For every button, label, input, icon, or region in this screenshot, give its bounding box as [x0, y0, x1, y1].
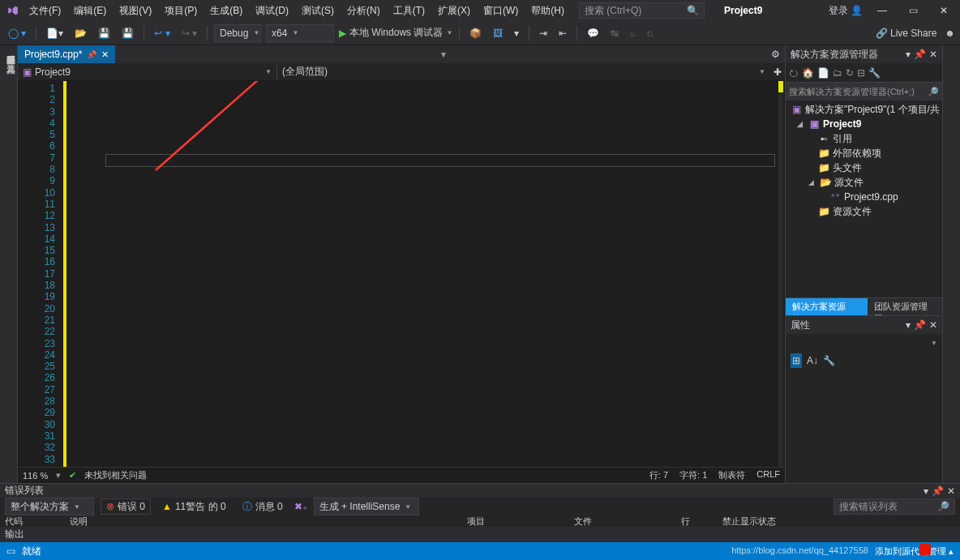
menu-help[interactable]: 帮助(H) [526, 2, 569, 19]
comment-icon[interactable]: 💬 [584, 24, 602, 42]
tool-icon-3[interactable]: ▾ [511, 24, 522, 42]
se-view-icon[interactable]: 🗂 [833, 67, 842, 79]
live-share-button[interactable]: 🔗 Live Share [876, 28, 937, 39]
menu-project[interactable]: 项目(P) [160, 2, 202, 19]
menu-debug[interactable]: 调试(D) [251, 2, 294, 19]
menu-file[interactable]: 文件(F) [24, 2, 66, 19]
menu-test[interactable]: 测试(S) [297, 2, 339, 19]
misc-icon-2[interactable]: ⎁ [627, 24, 639, 42]
solution-explorer-search[interactable]: 搜索解决方案资源管理器(Ctrl+;) 🔎 [786, 83, 942, 100]
err-close-icon[interactable]: ✕ [947, 485, 955, 497]
tree-headers-node[interactable]: 📁头文件 [786, 160, 942, 175]
notification-badge-icon[interactable] [919, 544, 931, 555]
panel-close-icon[interactable]: ✕ [929, 49, 937, 60]
source-control-button[interactable]: 添加到源代码管理 ▴ [875, 545, 954, 558]
menu-tools[interactable]: 工具(T) [388, 2, 430, 19]
tab-overflow-icon[interactable]: ▾ [438, 49, 449, 60]
col-project[interactable]: 项目 [467, 515, 485, 528]
platform-dropdown[interactable]: x64▼ [266, 24, 334, 42]
col-file[interactable]: 文件 [574, 515, 592, 528]
start-debug-button[interactable]: ▶本地 Windows 调试器▼ [339, 26, 452, 40]
tab-solution-explorer[interactable]: 解决方案资源管... [786, 298, 868, 315]
tree-source-file[interactable]: ⁺⁺Project9.cpp [786, 190, 942, 204]
build-filter-icon[interactable]: ✖₊ [294, 501, 307, 512]
tab-close-icon[interactable]: ✕ [101, 49, 109, 60]
error-source-dropdown[interactable]: 生成 + IntelliSense▼ [314, 498, 419, 515]
output-panel-tab[interactable]: 输出 [0, 527, 960, 541]
save-button[interactable]: 💾 [95, 24, 114, 42]
se-collapse-icon[interactable]: ⊟ [857, 67, 865, 79]
tree-references-node[interactable]: ▪▫引用 [786, 131, 942, 146]
solution-tree[interactable]: ▣解决方案"Project9"(1 个项目/共 ◢▣Project9 ▪▫引用 … [786, 100, 942, 297]
tool-icon-2[interactable]: 🖼 [490, 24, 506, 42]
new-item-button[interactable]: 📄▾ [43, 24, 66, 42]
se-refresh-icon[interactable]: ↻ [846, 67, 854, 79]
document-tab-active[interactable]: Project9.cpp* 📌 ✕ [18, 45, 115, 63]
back-button[interactable]: ◯ ▾ [5, 24, 29, 42]
code-editor[interactable]: 1234567891011121314151617181920212223242… [18, 81, 785, 467]
redo-button[interactable]: ↪ ▾ [178, 24, 200, 42]
open-folder-button[interactable]: 📂 [71, 24, 90, 42]
right-tool-rail[interactable] [942, 45, 960, 483]
prop-close-icon[interactable]: ✕ [929, 319, 937, 331]
member-dropdown[interactable]: (全局范围)▼ [277, 64, 770, 80]
menu-analyze[interactable]: 分析(N) [342, 2, 385, 19]
scope-dropdown[interactable]: ▣ Project9▼ [18, 64, 277, 80]
misc-icon-1[interactable]: ↹ [607, 24, 622, 42]
split-editor-icon[interactable]: ✚ [770, 66, 785, 78]
tree-project-node[interactable]: ◢▣Project9 [786, 117, 942, 131]
outdent-icon[interactable]: ⇤ [555, 24, 570, 42]
err-pin-icon[interactable]: 📌 [932, 485, 944, 497]
menu-window[interactable]: 窗口(W) [478, 2, 523, 19]
minimize-icon[interactable]: — [871, 5, 894, 16]
zoom-level[interactable]: 116 % [23, 471, 48, 481]
config-dropdown[interactable]: Debug▼ [214, 24, 261, 42]
se-props-icon[interactable]: 🔧 [868, 67, 881, 79]
panel-dropdown-icon[interactable]: ▾ [906, 49, 911, 60]
menu-extensions[interactable]: 扩展(X) [433, 2, 475, 19]
properties-object-dropdown[interactable]: ▼ [786, 334, 942, 352]
prop-alpha-icon[interactable]: A↓ [807, 355, 818, 366]
save-all-button[interactable]: 💾 [118, 24, 137, 42]
warnings-filter[interactable]: ▲11警告 的 0 [157, 498, 231, 515]
feedback-icon[interactable]: ☻ [945, 28, 955, 39]
menu-edit[interactable]: 编辑(E) [69, 2, 111, 19]
tool-icon-1[interactable]: 📦 [466, 24, 485, 42]
panel-pin-icon[interactable]: 📌 [914, 49, 926, 60]
se-sync-icon[interactable]: 📄 [817, 67, 829, 79]
misc-icon-3[interactable]: ⎌ [644, 24, 656, 42]
error-scope-dropdown[interactable]: 整个解决方案▼ [5, 498, 94, 515]
left-tool-rail[interactable]: 服务器资源管理器 工具箱 [0, 45, 18, 483]
err-dropdown-icon[interactable]: ▾ [924, 485, 928, 497]
se-nav-icon[interactable]: 🏠 [802, 67, 814, 79]
global-search-input[interactable]: 搜索 (Ctrl+Q) 🔍 [579, 2, 705, 19]
prop-pin-icon[interactable]: 📌 [914, 319, 926, 331]
window-mgmt-icon[interactable]: ▭ [6, 545, 15, 557]
tree-solution-node[interactable]: ▣解决方案"Project9"(1 个项目/共 [786, 102, 942, 117]
undo-button[interactable]: ↩ ▾ [151, 24, 173, 42]
errors-filter[interactable]: ⊗错误 0 [101, 498, 151, 515]
tree-external-deps-node[interactable]: 📁外部依赖项 [786, 146, 942, 160]
messages-filter[interactable]: ⓘ消息 0 [238, 498, 288, 515]
pin-icon[interactable]: 📌 [87, 50, 96, 59]
tab-team-explorer[interactable]: 团队资源管理器 [868, 298, 942, 315]
tree-sources-node[interactable]: ◢📂源文件 [786, 175, 942, 190]
error-search-input[interactable]: 搜索错误列表🔎 [834, 498, 955, 515]
close-icon[interactable]: ✕ [932, 5, 955, 16]
prop-categorized-icon[interactable]: ⊞ [791, 353, 802, 368]
prop-dropdown-icon[interactable]: ▾ [906, 319, 911, 331]
col-suppress[interactable]: 禁止显示状态 [722, 515, 776, 528]
login-button[interactable]: 登录 👤 [829, 4, 863, 18]
col-desc[interactable]: 说明 [70, 515, 118, 528]
se-home-icon[interactable]: ⭮ [789, 67, 799, 79]
maximize-icon[interactable]: ▭ [902, 5, 924, 16]
tree-resources-node[interactable]: 📁资源文件 [786, 204, 942, 219]
menu-build[interactable]: 生成(B) [205, 2, 247, 19]
editor-scrollbar[interactable] [778, 81, 783, 467]
prop-pages-icon[interactable]: 🔧 [823, 355, 835, 366]
tab-settings-icon[interactable]: ⚙ [771, 49, 780, 60]
col-code[interactable]: 代码 [5, 515, 37, 528]
indent-icon[interactable]: ⇥ [536, 24, 551, 42]
col-line[interactable]: 行 [681, 515, 690, 528]
menu-view[interactable]: 视图(V) [114, 2, 156, 19]
